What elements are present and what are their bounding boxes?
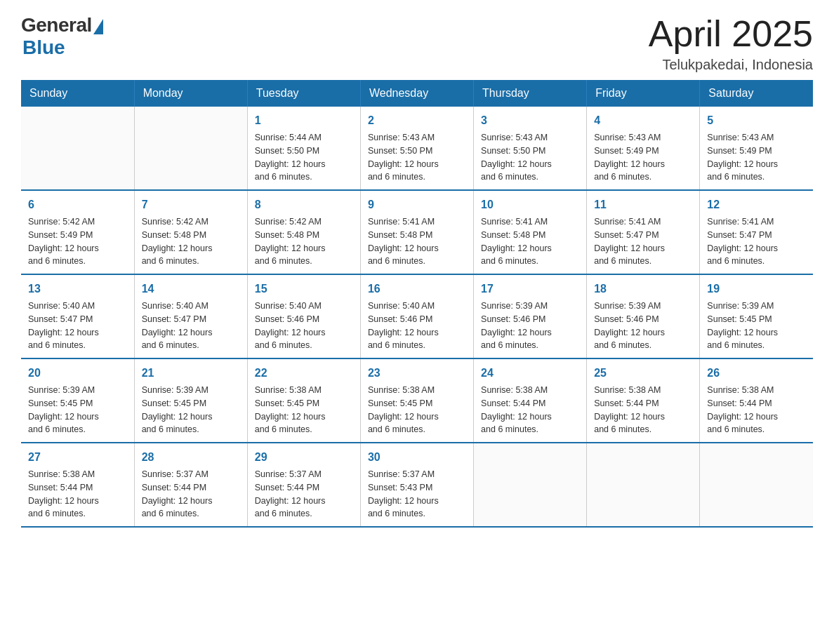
day-number: 3 xyxy=(481,112,579,129)
weekday-header-thursday: Thursday xyxy=(474,80,587,107)
day-number: 18 xyxy=(594,281,692,297)
calendar-cell: 20Sunrise: 5:39 AM Sunset: 5:45 PM Dayli… xyxy=(21,358,134,443)
day-number: 8 xyxy=(255,196,353,213)
calendar-week-row: 1Sunrise: 5:44 AM Sunset: 5:50 PM Daylig… xyxy=(21,107,813,190)
day-number: 26 xyxy=(707,365,806,382)
calendar-cell: 3Sunrise: 5:43 AM Sunset: 5:50 PM Daylig… xyxy=(474,107,587,190)
day-info: Sunrise: 5:43 AM Sunset: 5:50 PM Dayligh… xyxy=(368,131,466,184)
calendar-cell: 12Sunrise: 5:41 AM Sunset: 5:47 PM Dayli… xyxy=(700,190,813,274)
calendar-cell: 15Sunrise: 5:40 AM Sunset: 5:46 PM Dayli… xyxy=(247,274,360,358)
day-info: Sunrise: 5:37 AM Sunset: 5:43 PM Dayligh… xyxy=(368,468,466,521)
day-info: Sunrise: 5:44 AM Sunset: 5:50 PM Dayligh… xyxy=(255,131,353,184)
day-number: 24 xyxy=(481,365,579,382)
day-info: Sunrise: 5:40 AM Sunset: 5:47 PM Dayligh… xyxy=(28,300,127,352)
day-number: 17 xyxy=(481,281,579,297)
day-info: Sunrise: 5:39 AM Sunset: 5:46 PM Dayligh… xyxy=(481,300,579,352)
calendar-cell: 4Sunrise: 5:43 AM Sunset: 5:49 PM Daylig… xyxy=(587,107,700,190)
calendar-cell: 14Sunrise: 5:40 AM Sunset: 5:47 PM Dayli… xyxy=(134,274,247,358)
day-number: 15 xyxy=(255,281,353,297)
day-info: Sunrise: 5:40 AM Sunset: 5:46 PM Dayligh… xyxy=(255,300,353,352)
day-number: 11 xyxy=(594,196,692,213)
day-info: Sunrise: 5:37 AM Sunset: 5:44 PM Dayligh… xyxy=(255,468,353,521)
day-info: Sunrise: 5:43 AM Sunset: 5:49 PM Dayligh… xyxy=(707,131,806,184)
calendar-cell: 26Sunrise: 5:38 AM Sunset: 5:44 PM Dayli… xyxy=(700,358,813,443)
day-info: Sunrise: 5:38 AM Sunset: 5:45 PM Dayligh… xyxy=(255,384,353,436)
day-info: Sunrise: 5:42 AM Sunset: 5:49 PM Dayligh… xyxy=(28,215,127,268)
day-number: 6 xyxy=(28,196,127,213)
month-title: April 2025 xyxy=(649,14,813,54)
calendar-cell: 5Sunrise: 5:43 AM Sunset: 5:49 PM Daylig… xyxy=(700,107,813,190)
day-number: 28 xyxy=(142,449,240,466)
day-number: 9 xyxy=(368,196,466,213)
day-number: 10 xyxy=(481,196,579,213)
calendar-cell xyxy=(21,107,134,190)
calendar-week-row: 20Sunrise: 5:39 AM Sunset: 5:45 PM Dayli… xyxy=(21,358,813,443)
calendar-header: SundayMondayTuesdayWednesdayThursdayFrid… xyxy=(21,80,813,107)
day-info: Sunrise: 5:39 AM Sunset: 5:46 PM Dayligh… xyxy=(594,300,692,352)
calendar-cell: 23Sunrise: 5:38 AM Sunset: 5:45 PM Dayli… xyxy=(360,358,473,443)
day-info: Sunrise: 5:39 AM Sunset: 5:45 PM Dayligh… xyxy=(28,384,127,436)
calendar-cell: 17Sunrise: 5:39 AM Sunset: 5:46 PM Dayli… xyxy=(474,274,587,358)
page-header: General Blue April 2025 Telukpakedai, In… xyxy=(21,14,813,73)
logo-general-text: General xyxy=(21,14,92,36)
calendar-week-row: 13Sunrise: 5:40 AM Sunset: 5:47 PM Dayli… xyxy=(21,274,813,358)
calendar-table: SundayMondayTuesdayWednesdayThursdayFrid… xyxy=(21,80,813,528)
weekday-header-wednesday: Wednesday xyxy=(360,80,473,107)
calendar-cell xyxy=(134,107,247,190)
day-number: 1 xyxy=(255,112,353,129)
day-number: 16 xyxy=(368,281,466,297)
weekday-header-monday: Monday xyxy=(134,80,247,107)
day-number: 19 xyxy=(707,281,806,297)
calendar-cell: 8Sunrise: 5:42 AM Sunset: 5:48 PM Daylig… xyxy=(247,190,360,274)
day-info: Sunrise: 5:41 AM Sunset: 5:48 PM Dayligh… xyxy=(481,215,579,268)
day-number: 27 xyxy=(28,449,127,466)
day-info: Sunrise: 5:43 AM Sunset: 5:50 PM Dayligh… xyxy=(481,131,579,184)
logo-blue-text: Blue xyxy=(22,36,65,59)
day-number: 20 xyxy=(28,365,127,382)
calendar-cell: 30Sunrise: 5:37 AM Sunset: 5:43 PM Dayli… xyxy=(360,443,473,527)
day-number: 22 xyxy=(255,365,353,382)
calendar-cell: 11Sunrise: 5:41 AM Sunset: 5:47 PM Dayli… xyxy=(587,190,700,274)
calendar-cell: 16Sunrise: 5:40 AM Sunset: 5:46 PM Dayli… xyxy=(360,274,473,358)
day-number: 12 xyxy=(707,196,806,213)
calendar-cell: 28Sunrise: 5:37 AM Sunset: 5:44 PM Dayli… xyxy=(134,443,247,527)
calendar-cell: 25Sunrise: 5:38 AM Sunset: 5:44 PM Dayli… xyxy=(587,358,700,443)
calendar-cell: 19Sunrise: 5:39 AM Sunset: 5:45 PM Dayli… xyxy=(700,274,813,358)
calendar-cell: 6Sunrise: 5:42 AM Sunset: 5:49 PM Daylig… xyxy=(21,190,134,274)
day-info: Sunrise: 5:43 AM Sunset: 5:49 PM Dayligh… xyxy=(594,131,692,184)
logo: General Blue xyxy=(21,14,103,59)
title-section: April 2025 Telukpakedai, Indonesia xyxy=(649,14,813,73)
weekday-header-saturday: Saturday xyxy=(700,80,813,107)
day-number: 30 xyxy=(368,449,466,466)
day-info: Sunrise: 5:40 AM Sunset: 5:47 PM Dayligh… xyxy=(142,300,240,352)
day-number: 5 xyxy=(707,112,806,129)
calendar-cell xyxy=(474,443,587,527)
calendar-cell: 24Sunrise: 5:38 AM Sunset: 5:44 PM Dayli… xyxy=(474,358,587,443)
calendar-cell: 21Sunrise: 5:39 AM Sunset: 5:45 PM Dayli… xyxy=(134,358,247,443)
day-number: 21 xyxy=(142,365,240,382)
day-number: 7 xyxy=(142,196,240,213)
day-info: Sunrise: 5:42 AM Sunset: 5:48 PM Dayligh… xyxy=(142,215,240,268)
day-number: 23 xyxy=(368,365,466,382)
weekday-header-tuesday: Tuesday xyxy=(247,80,360,107)
day-number: 4 xyxy=(594,112,692,129)
day-info: Sunrise: 5:39 AM Sunset: 5:45 PM Dayligh… xyxy=(142,384,240,436)
location-text: Telukpakedai, Indonesia xyxy=(649,57,813,73)
calendar-cell xyxy=(587,443,700,527)
day-info: Sunrise: 5:41 AM Sunset: 5:47 PM Dayligh… xyxy=(707,215,806,268)
calendar-cell: 1Sunrise: 5:44 AM Sunset: 5:50 PM Daylig… xyxy=(247,107,360,190)
calendar-cell: 29Sunrise: 5:37 AM Sunset: 5:44 PM Dayli… xyxy=(247,443,360,527)
day-number: 13 xyxy=(28,281,127,297)
day-info: Sunrise: 5:38 AM Sunset: 5:44 PM Dayligh… xyxy=(28,468,127,521)
day-info: Sunrise: 5:38 AM Sunset: 5:44 PM Dayligh… xyxy=(481,384,579,436)
calendar-cell: 2Sunrise: 5:43 AM Sunset: 5:50 PM Daylig… xyxy=(360,107,473,190)
day-number: 29 xyxy=(255,449,353,466)
weekday-header-sunday: Sunday xyxy=(21,80,134,107)
calendar-cell xyxy=(700,443,813,527)
calendar-cell: 27Sunrise: 5:38 AM Sunset: 5:44 PM Dayli… xyxy=(21,443,134,527)
calendar-cell: 10Sunrise: 5:41 AM Sunset: 5:48 PM Dayli… xyxy=(474,190,587,274)
calendar-cell: 13Sunrise: 5:40 AM Sunset: 5:47 PM Dayli… xyxy=(21,274,134,358)
calendar-week-row: 6Sunrise: 5:42 AM Sunset: 5:49 PM Daylig… xyxy=(21,190,813,274)
day-info: Sunrise: 5:41 AM Sunset: 5:47 PM Dayligh… xyxy=(594,215,692,268)
day-info: Sunrise: 5:41 AM Sunset: 5:48 PM Dayligh… xyxy=(368,215,466,268)
